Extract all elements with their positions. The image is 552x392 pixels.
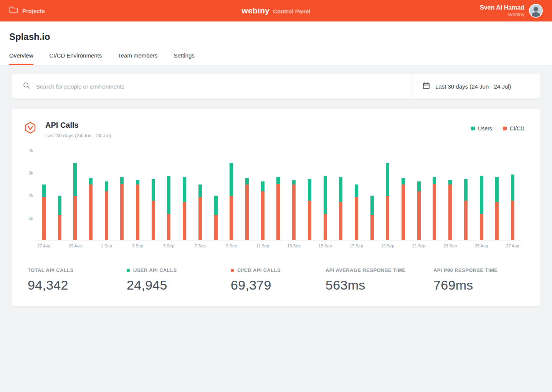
stat-label-text: API P90 RESPONSE TIME <box>433 267 497 273</box>
cicd-bar-segment <box>464 201 468 240</box>
bar-group: 5 Sep <box>161 150 177 240</box>
legend-label-ci-cd: CI/CD <box>510 125 524 132</box>
bar-group: 1 Sep <box>99 150 114 240</box>
bar-group <box>427 150 443 240</box>
bar-stack <box>42 184 46 240</box>
stat-total-api-calls: TOTAL API CALLS94,342 <box>28 267 127 293</box>
card-title: API Calls <box>45 121 111 130</box>
x-axis-tick: 21 Sep <box>412 244 426 248</box>
cicd-bar-segment <box>245 184 249 240</box>
bar-group <box>83 150 99 240</box>
stat-label-text: USER API CALLS <box>133 267 177 273</box>
bar-stack <box>448 180 452 240</box>
user-avatar[interactable] <box>529 4 543 18</box>
bar-group <box>302 150 317 240</box>
bar-group <box>52 150 68 240</box>
users-bar-segment <box>136 180 139 185</box>
users-bar-segment <box>339 177 342 202</box>
x-axis-tick: 23 Sep <box>443 244 457 248</box>
users-bar-segment <box>448 180 452 185</box>
bar-group <box>114 150 130 240</box>
x-axis-tick: 3 Sep <box>132 244 143 248</box>
x-axis-tick: 29 Aug <box>69 244 82 248</box>
stat-label-text: API AVERAGE RESPONSE TIME <box>326 267 406 273</box>
cicd-bar-segment <box>386 196 389 240</box>
users-bar-segment <box>167 176 170 214</box>
bar-stack <box>417 181 421 240</box>
cicd-bar-segment <box>448 184 452 240</box>
cicd-bar-segment <box>417 191 421 240</box>
cicd-bar-segment <box>276 184 280 240</box>
bar-group <box>145 150 161 240</box>
date-range-label: Last 30 days (24 Jun - 24 Jul) <box>435 83 511 90</box>
stat-value-api-average-response-time: 563ms <box>326 278 433 293</box>
bar-stack <box>355 184 358 240</box>
user-org: Webiny <box>480 12 524 18</box>
x-axis-tick: 9 Sep <box>226 244 237 248</box>
bar-stack <box>339 177 342 240</box>
x-axis-tick: 15 Sep <box>319 244 332 248</box>
cicd-bar-segment <box>355 197 358 240</box>
users-bar-segment <box>308 179 311 201</box>
users-bar-segment <box>417 181 421 192</box>
stat-label-api-average-response-time: API AVERAGE RESPONSE TIME <box>326 267 433 273</box>
tab-ci-cd-environments[interactable]: CI/CD Environments <box>50 52 102 65</box>
users-bar-segment <box>120 177 124 184</box>
users-bar-segment <box>433 177 436 184</box>
main-content: Last 30 days (24 Jun - 24 Jul) API Calls… <box>0 65 552 319</box>
date-range-button[interactable]: Last 30 days (24 Jun - 24 Jul) <box>412 74 540 99</box>
bar-stack <box>120 177 124 240</box>
bar-group <box>458 150 474 240</box>
calendar-icon <box>423 82 430 91</box>
api-calls-card: API Calls Last 30 days (24 Jun - 24 Jul)… <box>12 109 540 306</box>
bar-group: 11 Sep <box>255 150 271 240</box>
bar-stack <box>214 196 218 240</box>
projects-nav[interactable]: Projects <box>9 7 45 15</box>
cicd-bar-segment <box>167 214 170 240</box>
x-axis-tick: 1 Sep <box>101 244 112 248</box>
x-axis-tick: 5 Sep <box>164 244 175 248</box>
stat-label-user-api-calls: USER API CALLS <box>127 267 231 273</box>
stat-label-api-p90-response-time: API P90 RESPONSE TIME <box>433 267 524 273</box>
users-bar-segment <box>198 184 202 197</box>
cicd-bar-segment <box>402 184 405 240</box>
cicd-bar-segment <box>495 202 499 240</box>
bar-group <box>395 150 411 240</box>
users-bar-segment <box>511 175 514 201</box>
x-axis-tick: 27 Aug <box>37 244 50 248</box>
cicd-bar-segment <box>308 201 311 240</box>
bar-stack <box>152 179 155 240</box>
logo-text: webiny <box>241 6 269 15</box>
cicd-bar-segment <box>58 215 61 240</box>
bar-group <box>333 150 349 240</box>
legend-swatch-users <box>471 127 475 130</box>
search-input[interactable] <box>36 83 404 90</box>
bar-group: 27 Aug <box>36 150 52 240</box>
bar-stack <box>198 184 202 240</box>
tab-settings[interactable]: Settings <box>174 52 195 65</box>
tab-overview[interactable]: Overview <box>9 52 33 65</box>
x-axis-tick: 7 Sep <box>195 244 206 248</box>
bar-stack <box>105 181 108 240</box>
chart-y-axis: 1k2k3k4k <box>25 150 33 240</box>
stat-api-average-response-time: API AVERAGE RESPONSE TIME563ms <box>326 267 433 293</box>
stat-user-api-calls: USER API CALLS24,945 <box>127 267 231 293</box>
bar-stack <box>245 178 249 240</box>
search-box[interactable] <box>12 74 412 99</box>
projects-nav-label[interactable]: Projects <box>22 8 45 14</box>
cicd-bar-segment <box>73 196 77 240</box>
users-bar-segment <box>480 176 483 214</box>
stat-label-text: CI/CD API CALLS <box>237 267 281 273</box>
bar-stack <box>89 178 93 240</box>
bar-group: 7 Sep <box>192 150 208 240</box>
bar-stack <box>433 177 436 240</box>
users-bar-segment <box>245 178 249 185</box>
cicd-bar-segment <box>230 196 233 240</box>
stat-value-ci-cd-api-calls: 69,379 <box>231 278 326 293</box>
bar-stack <box>495 177 499 240</box>
card-subtitle: Last 30 days (24 Jun - 24 Jul) <box>45 133 111 138</box>
cicd-bar-segment <box>480 214 483 240</box>
bar-stack <box>370 196 374 240</box>
tab-team-members[interactable]: Team members <box>118 52 157 65</box>
legend-item-ci-cd: CI/CD <box>503 125 524 132</box>
